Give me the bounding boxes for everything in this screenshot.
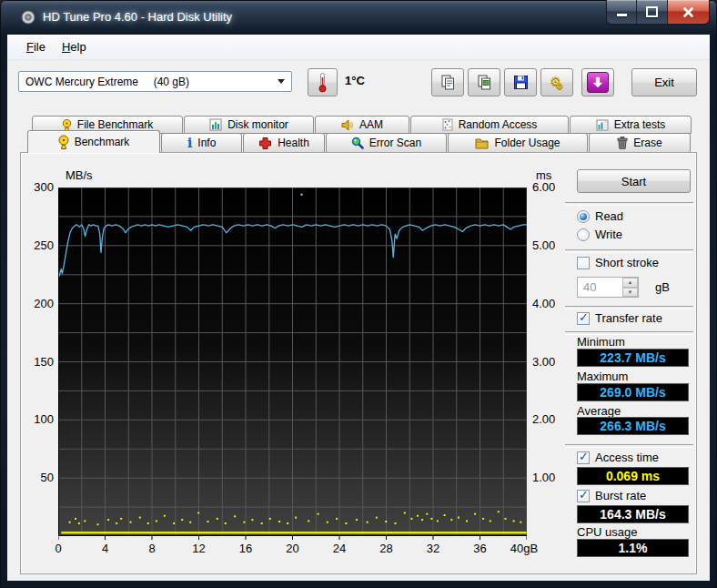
cpu-usage-label: CPU usage xyxy=(577,525,637,539)
tab-benchmark[interactable]: Benchmark xyxy=(27,130,160,153)
speaker-icon xyxy=(341,119,354,131)
minimum-label: Minimum xyxy=(577,335,625,349)
left-tick-label: 150 xyxy=(23,355,54,369)
tab-aam[interactable]: AAM xyxy=(315,116,409,134)
download-arrow-button[interactable] xyxy=(581,68,614,96)
tab-extra-tests[interactable]: Extra tests xyxy=(570,116,692,134)
maximize-button[interactable] xyxy=(637,0,668,24)
maximum-label: Maximum xyxy=(577,370,628,383)
tab-health[interactable]: Health xyxy=(243,133,325,153)
short-stroke-checkbox[interactable]: Short stroke xyxy=(577,256,659,269)
left-tick-label: 300 xyxy=(23,180,54,194)
write-radio-label: Write xyxy=(595,228,622,241)
save-button[interactable] xyxy=(504,68,537,96)
radio-selected-icon xyxy=(577,210,590,223)
maximum-value: 269.0 MB/s xyxy=(577,383,689,401)
tab-random-access[interactable]: Random Access xyxy=(410,116,569,134)
title-bar[interactable]: HD Tune Pro 4.60 - Hard Disk Utility xyxy=(0,0,717,35)
toolbar: OWC Mercury Extreme (40 gB) 1°C xyxy=(7,60,710,115)
minimize-button[interactable] xyxy=(607,0,637,24)
checkbox-checked-icon xyxy=(577,451,590,464)
temperature-value: 1°C xyxy=(345,74,365,87)
access-time-checkbox[interactable]: Access time xyxy=(577,451,659,464)
copy-text-button[interactable] xyxy=(431,68,464,96)
benchmark-panel: MB/s ms 30025020015010050 6.005.004.003.… xyxy=(20,152,697,574)
menu-file[interactable]: File xyxy=(18,36,54,57)
tab-erase[interactable]: Erase xyxy=(589,133,691,153)
left-tick-label: 50 xyxy=(23,471,54,484)
burst-rate-value-text: 164.3 MB/s xyxy=(600,507,665,522)
thermometer-icon xyxy=(318,72,328,93)
read-radio[interactable]: Read xyxy=(577,209,623,223)
info-icon: i xyxy=(187,138,193,148)
short-stroke-label: Short stroke xyxy=(595,256,659,269)
radio-unselected-icon xyxy=(577,228,590,241)
left-axis-title: MB/s xyxy=(66,168,93,182)
magnifier-icon xyxy=(351,137,364,149)
tab-label: Health xyxy=(278,137,309,149)
tab-label: AAM xyxy=(359,118,383,131)
burst-rate-value: 164.3 MB/s xyxy=(577,505,689,523)
x-tick-label: 20 xyxy=(275,542,311,555)
temperature-button[interactable] xyxy=(308,68,338,96)
window-title: HD Tune Pro 4.60 - Hard Disk Utility xyxy=(43,10,232,24)
table-icon xyxy=(596,119,609,131)
spinner-down-button[interactable]: ▼ xyxy=(622,288,638,298)
drive-selector[interactable]: OWC Mercury Extreme (40 gB) xyxy=(18,71,292,92)
close-button[interactable] xyxy=(668,0,709,24)
app-icon xyxy=(21,10,35,25)
right-tick-label: 1.00 xyxy=(532,471,569,484)
burst-rate-checkbox[interactable]: Burst rate xyxy=(577,489,646,502)
burst-rate-label: Burst rate xyxy=(595,489,646,502)
divider xyxy=(565,202,693,206)
left-tick-label: 250 xyxy=(23,238,54,252)
tab-label: Extra tests xyxy=(614,118,666,131)
transfer-rate-label: Transfer rate xyxy=(595,311,662,325)
exit-button-label: Exit xyxy=(654,76,674,89)
spinner-up-button[interactable]: ▲ xyxy=(622,278,638,288)
tab-info[interactable]: i Info xyxy=(161,133,242,153)
write-radio[interactable]: Write xyxy=(577,228,622,241)
tab-label: Erase xyxy=(633,137,661,149)
x-tick-label: 8 xyxy=(134,542,170,555)
start-button[interactable]: Start xyxy=(577,169,691,193)
x-tick-label: 4 xyxy=(87,542,124,555)
divider xyxy=(565,306,693,309)
window-controls xyxy=(607,0,709,24)
x-tick-label: 12 xyxy=(181,542,217,555)
tab-folder-usage[interactable]: Folder Usage xyxy=(448,133,588,153)
x-tick-label: 36 xyxy=(462,542,499,555)
read-radio-label: Read xyxy=(595,209,623,223)
access-time-value-text: 0.069 ms xyxy=(606,469,660,483)
tab-error-scan[interactable]: Error Scan xyxy=(326,133,447,153)
cpu-usage-value-text: 1.1% xyxy=(619,541,648,555)
copy-image-button[interactable] xyxy=(468,68,500,96)
folder-icon xyxy=(475,137,489,149)
random-dots-icon xyxy=(442,118,453,131)
divider xyxy=(565,249,693,253)
tab-label: Disk monitor xyxy=(227,118,288,131)
start-button-label: Start xyxy=(621,175,646,188)
app-window: HD Tune Pro 4.60 - Hard Disk Utility Fil… xyxy=(0,0,717,588)
x-tick-label: 28 xyxy=(369,542,405,555)
size-spinner[interactable]: 40 ▲ ▼ xyxy=(577,277,639,298)
close-icon xyxy=(682,6,694,18)
x-tick-label: 32 xyxy=(415,542,451,555)
spinner-buttons: ▲ ▼ xyxy=(622,278,638,297)
options-button[interactable]: ⚙⚙ xyxy=(540,68,573,96)
checkbox-unchecked-icon xyxy=(577,257,590,269)
copy-image-icon xyxy=(477,75,492,90)
left-tick-label: 200 xyxy=(23,297,54,310)
checkbox-checked-icon xyxy=(577,312,590,325)
tab-label: File Benchmark xyxy=(77,118,153,131)
menu-help[interactable]: Help xyxy=(54,36,95,57)
transfer-rate-checkbox[interactable]: Transfer rate xyxy=(577,311,662,325)
maximum-value-text: 269.0 MB/s xyxy=(600,385,665,400)
tab-label: Info xyxy=(197,137,216,149)
cpu-usage-value: 1.1% xyxy=(577,539,689,557)
checkbox-checked-icon xyxy=(577,490,590,502)
right-tick-label: 5.00 xyxy=(532,238,569,252)
minimize-icon xyxy=(617,14,627,16)
exit-button[interactable]: Exit xyxy=(631,68,697,96)
tab-disk-monitor[interactable]: Disk monitor xyxy=(184,116,314,134)
